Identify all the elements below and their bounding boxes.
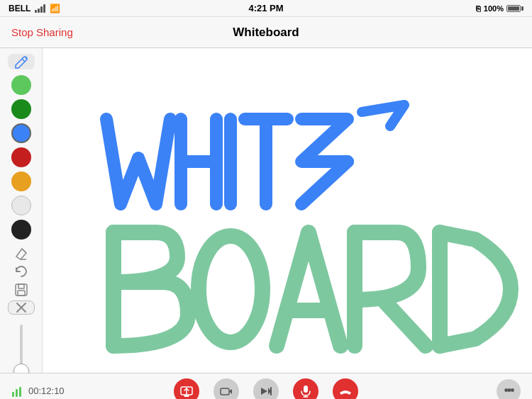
undo-icon [13,264,29,279]
signal-icon [35,4,45,13]
color-dot-dark-green[interactable] [11,99,31,119]
status-bar: BELL 📶 4:21 PM ⎘ 100% [0,0,532,17]
timer-area: 00:12:10 [11,385,82,398]
svg-rect-11 [221,388,229,395]
pen-icon [13,54,29,69]
more-options-button[interactable]: ••• [497,379,521,400]
nav-bar: Stop Sharing Whiteboard [0,17,532,48]
color-dot-orange[interactable] [11,172,31,191]
svg-point-0 [25,57,28,60]
bluetooth-icon: ⎘ [476,4,481,13]
camera-button[interactable] [214,378,239,400]
svg-rect-2 [18,284,24,288]
bottom-right: ••• [450,379,521,400]
end-call-icon [339,385,352,398]
svg-rect-7 [12,392,14,397]
wifi-icon: 📶 [50,4,60,13]
color-palette [1,72,42,242]
mic-icon [299,385,312,398]
status-right: ⎘ 100% [476,4,523,13]
status-time: 4:21 PM [248,3,283,13]
carrier-label: BELL [9,4,31,13]
main-content [0,48,532,373]
bottom-bar: 00:12:10 [0,373,532,399]
call-controls [82,378,450,400]
eraser-icon [13,245,29,261]
svg-rect-3 [18,291,25,296]
whiteboard-drawing [43,48,532,373]
undo-button[interactable] [8,264,35,279]
stop-sharing-button[interactable]: Stop Sharing [11,26,73,38]
status-left: BELL 📶 [9,4,60,13]
screen-share-button[interactable] [174,378,199,400]
svg-rect-9 [19,387,21,397]
color-dot-light-green[interactable] [11,75,31,95]
svg-point-6 [199,236,262,342]
whiteboard-canvas[interactable] [43,48,532,373]
page-title: Whiteboard [233,26,299,40]
battery-icon [506,5,523,12]
skip-button[interactable] [253,378,279,400]
color-dot-red[interactable] [11,147,31,167]
svg-rect-13 [304,386,308,393]
battery-label: 100% [484,4,504,13]
eraser-tool-button[interactable] [8,245,35,261]
end-call-button[interactable] [333,378,358,400]
toolbar [0,48,43,373]
call-timer: 00:12:10 [28,386,65,396]
mic-button[interactable] [293,378,318,400]
save-icon [13,282,29,298]
skip-icon [260,385,272,398]
svg-rect-8 [16,389,18,397]
screen-share-icon [180,385,193,398]
signal-bars-icon [11,385,24,398]
color-dot-black[interactable] [11,220,31,240]
camera-icon [220,385,233,398]
clear-button[interactable] [8,300,35,315]
color-dot-white[interactable] [11,196,31,215]
pen-tool-button[interactable] [8,54,35,69]
save-button[interactable] [8,282,35,298]
color-dot-blue[interactable] [11,123,31,143]
clear-icon [15,301,28,314]
